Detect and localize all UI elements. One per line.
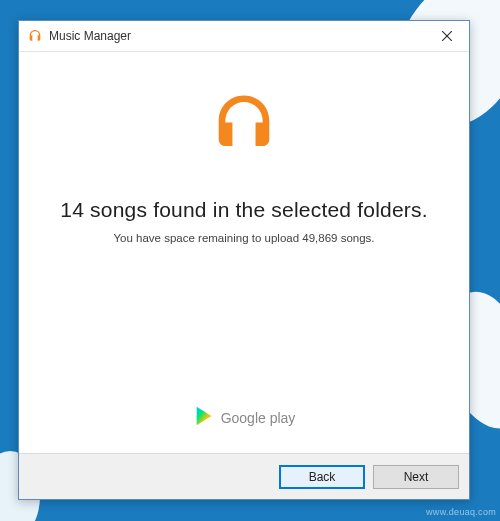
- close-button[interactable]: [424, 21, 469, 51]
- window-title: Music Manager: [49, 29, 424, 43]
- google-play-brand: Google play: [19, 405, 469, 431]
- watermark-text: www.deuaq.com: [426, 507, 496, 517]
- close-icon: [442, 31, 452, 41]
- headphones-icon: [211, 90, 277, 160]
- titlebar: Music Manager: [19, 21, 469, 52]
- next-button[interactable]: Next: [373, 465, 459, 489]
- headline-text: 14 songs found in the selected folders.: [60, 198, 427, 222]
- back-button[interactable]: Back: [279, 465, 365, 489]
- brand-label: Google play: [221, 410, 296, 426]
- subtext: You have space remaining to upload 49,86…: [113, 232, 374, 244]
- button-bar: Back Next: [19, 453, 469, 499]
- dialog-content: 14 songs found in the selected folders. …: [19, 52, 469, 453]
- music-manager-window: Music Manager 14 songs found in the sele…: [18, 20, 470, 500]
- play-triangle-icon: [193, 405, 215, 431]
- headphones-icon: [27, 28, 43, 44]
